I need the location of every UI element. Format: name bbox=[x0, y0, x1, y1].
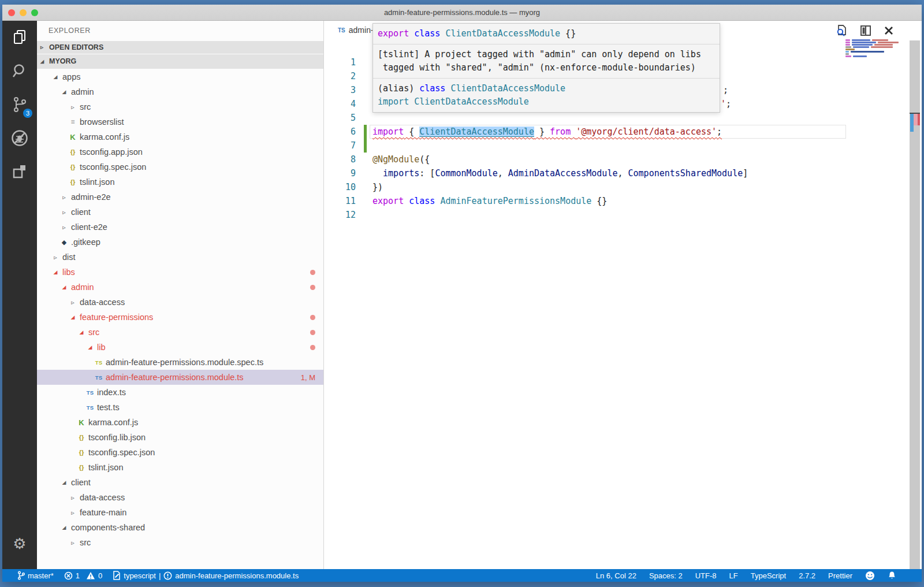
code-line[interactable]: 10}) bbox=[324, 180, 922, 194]
open-editors-section[interactable]: ▹ OPEN EDITORS bbox=[37, 41, 323, 54]
tree-item-label: karma.conf.js bbox=[80, 132, 129, 142]
split-editor-icon[interactable] bbox=[859, 24, 872, 37]
tree-item[interactable]: ◢admin bbox=[37, 84, 323, 99]
tree-item-label: tsconfig.app.json bbox=[80, 147, 143, 157]
line-number: 5 bbox=[324, 111, 356, 125]
source-control-icon[interactable]: 3 bbox=[2, 88, 37, 121]
ts-version-status[interactable]: 2.7.2 bbox=[799, 571, 815, 580]
line-number: 3 bbox=[324, 83, 356, 97]
tree-item[interactable]: ▹dist bbox=[37, 250, 323, 265]
tree-item[interactable]: ▹src bbox=[37, 535, 323, 550]
tree-item[interactable]: Kkarma.conf.js bbox=[37, 415, 323, 430]
tree-item[interactable]: TSadmin-feature-permissions.module.spec.… bbox=[37, 355, 323, 370]
search-icon[interactable] bbox=[2, 54, 37, 88]
tree-item[interactable]: ◆.gitkeep bbox=[37, 235, 323, 250]
typescript-file-icon: TS bbox=[85, 389, 95, 396]
window-title: admin-feature-permissions.module.ts — my… bbox=[2, 8, 922, 17]
tree-item[interactable]: {}tsconfig.lib.json bbox=[37, 430, 323, 445]
karma-file-icon: K bbox=[77, 418, 86, 427]
tree-item[interactable]: ▹client-e2e bbox=[37, 220, 323, 235]
tree-item[interactable]: {}tslint.json bbox=[37, 460, 323, 475]
eol-status[interactable]: LF bbox=[729, 571, 738, 580]
typescript-file-icon: TS bbox=[85, 404, 95, 411]
code-line[interactable]: 8@NgModule({ bbox=[324, 153, 922, 166]
git-branch-status[interactable]: master* bbox=[17, 571, 54, 580]
tree-item[interactable]: ◢admin bbox=[37, 280, 323, 295]
modified-dot-badge bbox=[310, 270, 315, 275]
settings-gear-icon[interactable]: ⚙ bbox=[2, 535, 37, 553]
tree-item[interactable]: ◢components-shared bbox=[37, 520, 323, 535]
language-mode-status[interactable]: TypeScript bbox=[751, 571, 786, 580]
minimap[interactable] bbox=[845, 39, 901, 58]
tree-item[interactable]: ▹src bbox=[37, 99, 323, 114]
minimap-line bbox=[845, 42, 901, 43]
overview-ruler[interactable] bbox=[910, 40, 920, 569]
json-file-icon: {} bbox=[77, 464, 86, 471]
tree-item[interactable]: TStest.ts bbox=[37, 400, 323, 415]
tree-item[interactable]: {}tsconfig.spec.json bbox=[37, 445, 323, 460]
tree-item-label: client bbox=[71, 478, 91, 487]
tooltip-lint-message: [tslint] A project tagged with "admin" c… bbox=[373, 44, 720, 78]
close-editor-icon[interactable] bbox=[884, 25, 894, 36]
tooltip-message-line: tagged with "shared", "admin" (nx-enforc… bbox=[378, 61, 715, 75]
folder-collapsed-icon: ▹ bbox=[59, 194, 69, 201]
tree-item[interactable]: ◢client bbox=[37, 475, 323, 490]
tree-item[interactable]: ◢src bbox=[37, 325, 323, 340]
activity-bar: 3 bbox=[2, 21, 37, 569]
tree-item-label: feature-permissions bbox=[80, 313, 153, 322]
cursor-position-status[interactable]: Ln 6, Col 22 bbox=[596, 571, 636, 580]
tree-item[interactable]: TSadmin-feature-permissions.module.ts1, … bbox=[37, 370, 323, 385]
tree-item[interactable]: {}tslint.json bbox=[37, 174, 323, 190]
code-line[interactable]: 6import { ClientDataAccessModule } from … bbox=[324, 125, 922, 139]
problems-status[interactable]: 1 0 bbox=[64, 571, 102, 580]
code-line-text: export class AdminFeaturePermissionsModu… bbox=[372, 194, 607, 208]
editor-area[interactable]: TS admin-feature-permissions.module.ts bbox=[324, 21, 922, 569]
debug-icon[interactable] bbox=[2, 121, 37, 155]
minimap-line bbox=[845, 55, 901, 57]
encoding-status[interactable]: UTF-8 bbox=[695, 571, 717, 580]
tree-item[interactable]: TSindex.ts bbox=[37, 385, 323, 400]
indentation-status[interactable]: Spaces: 2 bbox=[649, 571, 683, 580]
tree-item[interactable]: ▹client bbox=[37, 205, 323, 220]
line-number: 6 bbox=[324, 125, 356, 139]
code-line[interactable]: 9 imports: [CommonModule, AdminDataAcces… bbox=[324, 166, 922, 180]
workspace-root-section[interactable]: ◢ MYORG bbox=[37, 54, 323, 69]
code-line[interactable]: 7 bbox=[324, 139, 922, 153]
folder-expanded-icon: ◢ bbox=[51, 269, 60, 275]
tree-item[interactable]: ≡browserslist bbox=[37, 114, 323, 129]
tree-item[interactable]: ◢feature-permissions bbox=[37, 310, 323, 325]
tree-item[interactable]: ▹feature-main bbox=[37, 505, 323, 520]
tree-item[interactable]: ▹admin-e2e bbox=[37, 190, 323, 205]
feedback-smiley-icon[interactable] bbox=[865, 571, 875, 581]
tooltip-message-line: [tslint] A project tagged with "admin" c… bbox=[378, 48, 715, 61]
tree-item-label: .gitkeep bbox=[71, 237, 100, 247]
minimap-line bbox=[845, 39, 901, 41]
git-status-badge: 1, M bbox=[301, 373, 315, 382]
tree-item[interactable]: {}tsconfig.spec.json bbox=[37, 159, 323, 174]
tree-item[interactable]: ◢libs bbox=[37, 265, 323, 280]
explorer-icon[interactable] bbox=[2, 21, 37, 54]
line-number: 4 bbox=[324, 97, 356, 111]
tree-item[interactable]: ◢lib bbox=[37, 340, 323, 355]
tslint-icon bbox=[113, 571, 121, 580]
code-view[interactable]: 123;4';56import { ClientDataAccessModule… bbox=[324, 55, 922, 569]
extensions-icon[interactable] bbox=[2, 155, 37, 188]
prettier-status[interactable]: Prettier bbox=[828, 571, 852, 580]
notifications-bell-icon[interactable] bbox=[888, 571, 896, 580]
json-file-icon: {} bbox=[77, 434, 86, 441]
open-changes-icon[interactable] bbox=[835, 24, 848, 37]
tree-item[interactable]: Kkarma.conf.js bbox=[37, 129, 323, 144]
tree-item[interactable]: ▹data-access bbox=[37, 490, 323, 505]
code-line[interactable]: 5 bbox=[324, 111, 922, 125]
tree-item[interactable]: ◢apps bbox=[37, 69, 323, 84]
info-circle-icon bbox=[163, 571, 172, 580]
tree-item-label: tsconfig.spec.json bbox=[88, 448, 155, 457]
line-number: 2 bbox=[324, 69, 356, 83]
linter-status[interactable]: typescript | admin-feature-permissions.m… bbox=[113, 571, 299, 580]
tree-item-label: client-e2e bbox=[71, 222, 107, 232]
tree-item[interactable]: ▹data-access bbox=[37, 295, 323, 310]
tree-item[interactable]: {}tsconfig.app.json bbox=[37, 144, 323, 159]
line-number: 9 bbox=[324, 166, 356, 180]
code-line[interactable]: 11export class AdminFeaturePermissionsMo… bbox=[324, 194, 922, 208]
code-line[interactable]: 12 bbox=[324, 208, 922, 222]
